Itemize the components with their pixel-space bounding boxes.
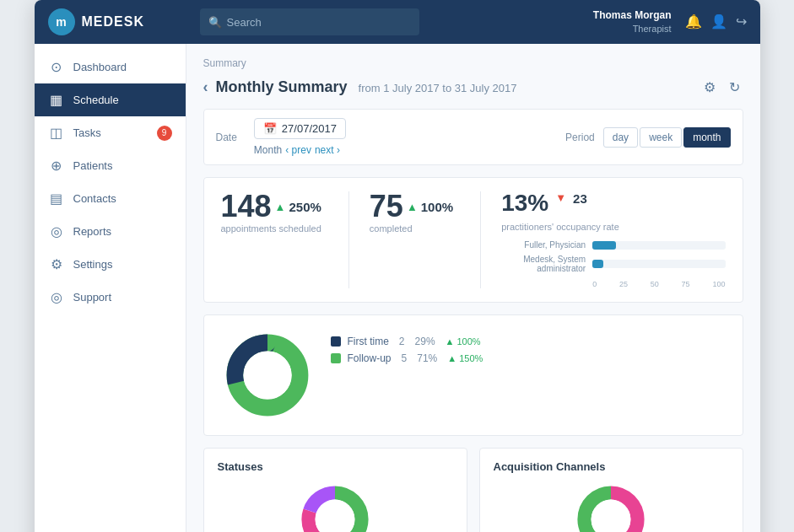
sidebar-item-label: Patients	[73, 159, 113, 172]
occupancy-label: practitioners' occupancy rate	[501, 222, 725, 232]
sidebar-item-label: Settings	[73, 258, 113, 271]
sidebar-item-label: Contacts	[73, 192, 116, 205]
legend-change-firsttime: ▲ 100%	[446, 336, 481, 347]
logo-area: m MEDESK	[48, 8, 200, 35]
sidebar-item-tasks[interactable]: ◫ Tasks 9	[35, 116, 186, 149]
appointments-number: 148	[221, 191, 272, 222]
dashboard-icon: ⊙	[48, 59, 65, 75]
sidebar-item-patients[interactable]: ⊕ Patients	[35, 149, 186, 182]
reports-icon: ◎	[48, 223, 65, 239]
bar-name-1: Fuller, Physician	[501, 240, 586, 250]
user-info: Thomas Morgan Therapist	[593, 9, 672, 35]
header-actions: ⚙ ↻	[700, 78, 743, 97]
legend-label-followup: Follow-up	[348, 352, 392, 364]
breadcrumb: Summary	[203, 57, 743, 69]
sidebar-item-reports[interactable]: ◎ Reports	[35, 215, 186, 248]
sidebar-item-contacts[interactable]: ▤ Contacts	[35, 182, 186, 215]
legend-item-followup: Follow-up 5 71% ▲ 150%	[331, 352, 726, 364]
sidebar-item-schedule[interactable]: ▦ Schedule	[35, 83, 186, 116]
back-arrow-icon[interactable]: ‹	[203, 78, 208, 95]
legend-pct-firsttime: 29%	[415, 336, 435, 347]
axis-25: 25	[619, 280, 628, 288]
content-area: Summary ‹ Monthly Summary from 1 July 20…	[186, 44, 760, 532]
contacts-icon: ▤	[48, 191, 65, 207]
legend-count-firsttime: 2	[399, 336, 405, 347]
appointments-arrow: ▲	[275, 201, 286, 213]
completed-pct: 100%	[421, 200, 453, 214]
statuses-title: Statuses	[218, 460, 453, 473]
legend-dot-followup	[331, 353, 341, 363]
sidebar-item-label: Support	[73, 291, 112, 304]
notifications-icon[interactable]: 🔔	[685, 13, 702, 30]
occupancy-number: 13%	[501, 191, 548, 215]
user-name: Thomas Morgan	[593, 9, 672, 23]
prev-link[interactable]: ‹ prev	[285, 144, 311, 156]
sidebar-item-label: Schedule	[73, 94, 119, 106]
sidebar-item-label: Tasks	[73, 126, 101, 139]
logo-icon: m	[48, 8, 75, 35]
bar-row: Fuller, Physician	[501, 240, 725, 250]
statuses-card: Statuses	[203, 448, 467, 532]
main-donut-svg	[221, 329, 314, 422]
legend-label-firsttime: First time	[348, 336, 389, 347]
search-bar[interactable]: 🔍	[200, 8, 419, 35]
calendar-icon: 📅	[263, 122, 277, 135]
logo-text: MEDESK	[82, 14, 144, 30]
main-layout: ⊙ Dashboard ▦ Schedule ◫ Tasks 9 ⊕ Patie…	[35, 44, 760, 532]
filter-row: Date 📅 27/07/2017 Month ‹ prev next › Pe…	[203, 109, 743, 165]
date-value: 27/07/2017	[282, 122, 337, 135]
date-label: Date	[216, 132, 237, 143]
bottom-row: Statuses Acquisition Channels	[203, 448, 743, 532]
filter-button[interactable]: ⚙	[700, 78, 719, 97]
channels-donut	[573, 481, 649, 532]
page-title: ‹ Monthly Summary from 1 July 2017 to 31…	[203, 78, 517, 96]
channels-title: Acquisition Channels	[494, 460, 729, 473]
date-input[interactable]: 📅 27/07/2017	[254, 118, 346, 139]
bar-name-2: Medesk, Systemadministrator	[501, 255, 586, 273]
topbar-right: Thomas Morgan Therapist 🔔 👤 ↪	[593, 9, 747, 35]
axis-0: 0	[592, 280, 597, 288]
occupancy-area: 13% ▼ 23 practitioners' occupancy rate F…	[501, 191, 725, 288]
topbar-icons: 🔔 👤 ↪	[685, 13, 747, 30]
legend-count-followup: 5	[402, 352, 408, 364]
statuses-donut	[297, 481, 373, 532]
period-day-btn[interactable]: day	[603, 127, 638, 148]
sidebar-item-support[interactable]: ◎ Support	[35, 281, 186, 314]
svg-point-2	[243, 351, 291, 399]
bar-row-2: Medesk, Systemadministrator	[501, 255, 725, 273]
legend-item-firsttime: First time 2 29% ▲ 100%	[331, 336, 726, 347]
user-profile-icon[interactable]: 👤	[710, 13, 727, 30]
next-link[interactable]: next ›	[315, 144, 340, 156]
logout-icon[interactable]: ↪	[736, 13, 747, 30]
period-label: Period	[565, 132, 595, 143]
title-text: Monthly Summary	[216, 78, 348, 95]
period-month-btn[interactable]: month	[683, 127, 730, 148]
month-label: Month	[254, 144, 282, 156]
statuses-donut-svg	[297, 481, 373, 532]
sidebar-item-dashboard[interactable]: ⊙ Dashboard	[35, 51, 186, 83]
period-week-btn[interactable]: week	[640, 127, 682, 148]
stat-divider	[348, 191, 349, 288]
occupancy-value: 23	[573, 191, 587, 206]
legend-pct-followup: 71%	[417, 352, 437, 364]
support-icon: ◎	[48, 289, 65, 305]
stat-appointments: 148 ▲ 250% appointments scheduled	[221, 191, 321, 234]
sidebar: ⊙ Dashboard ▦ Schedule ◫ Tasks 9 ⊕ Patie…	[35, 44, 186, 532]
app-window: m MEDESK 🔍 Thomas Morgan Therapist 🔔 👤 ↪…	[35, 0, 760, 532]
sidebar-item-settings[interactable]: ⚙ Settings	[35, 248, 186, 281]
bar-track-2	[592, 260, 725, 268]
legend-area: First time 2 29% ▲ 100% Follow-up 5 71% …	[331, 329, 726, 369]
page-header: ‹ Monthly Summary from 1 July 2017 to 31…	[203, 78, 743, 97]
chart-legend-row: First time 2 29% ▲ 100% Follow-up 5 71% …	[203, 314, 743, 436]
bar-fill-2	[592, 260, 603, 268]
topbar: m MEDESK 🔍 Thomas Morgan Therapist 🔔 👤 ↪	[35, 0, 760, 44]
bar-track-1	[592, 241, 725, 250]
main-donut-chart	[221, 329, 314, 422]
search-input[interactable]	[227, 16, 411, 29]
date-range: from 1 July 2017 to 31 July 2017	[359, 82, 517, 94]
legend-change-followup: ▲ 150%	[447, 353, 483, 363]
refresh-button[interactable]: ↻	[726, 78, 743, 97]
schedule-icon: ▦	[48, 92, 65, 108]
completed-number: 75	[370, 191, 403, 222]
bar-axis: 0 25 50 75 100	[501, 280, 725, 288]
